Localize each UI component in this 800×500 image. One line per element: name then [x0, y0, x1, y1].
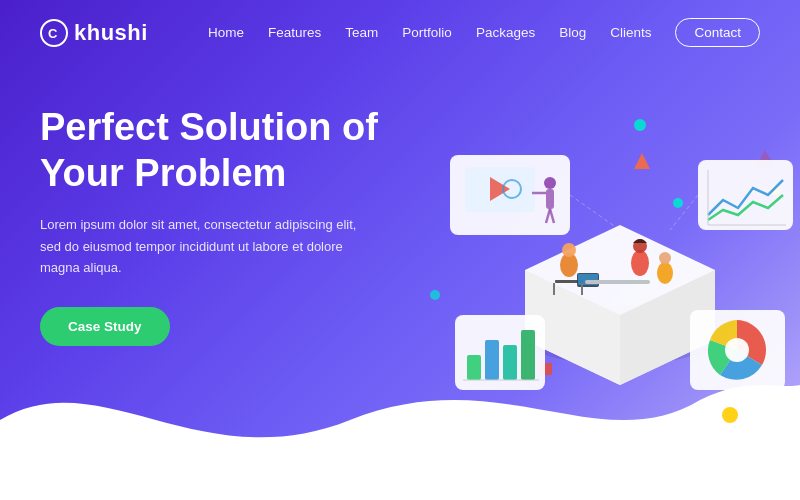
nav-packages[interactable]: Packages — [476, 25, 535, 40]
hero-description: Lorem ipsum dolor sit amet, consectetur … — [40, 214, 380, 278]
nav-portfolio[interactable]: Portfolio — [402, 25, 452, 40]
svg-rect-31 — [698, 160, 793, 230]
hero-title: Perfect Solution of Your Problem — [40, 105, 420, 196]
svg-point-2 — [634, 119, 646, 131]
nav-clients[interactable]: Clients — [610, 25, 651, 40]
svg-line-42 — [570, 195, 620, 230]
hero-illustration — [420, 95, 760, 435]
svg-point-5 — [430, 290, 440, 300]
contact-button[interactable]: Contact — [675, 18, 760, 47]
svg-point-26 — [544, 177, 556, 189]
svg-point-15 — [631, 250, 649, 276]
nav-home[interactable]: Home — [208, 25, 244, 40]
navbar: C khushi Home Features Team Portfolio Pa… — [0, 0, 800, 65]
svg-point-44 — [673, 198, 683, 208]
nav-features[interactable]: Features — [268, 25, 321, 40]
svg-rect-27 — [546, 189, 554, 209]
logo-icon: C — [40, 19, 68, 47]
nav-links: Home Features Team Portfolio Packages Bl… — [208, 18, 760, 47]
nav-team[interactable]: Team — [345, 25, 378, 40]
svg-rect-21 — [581, 283, 583, 295]
svg-rect-35 — [467, 355, 481, 380]
svg-rect-38 — [521, 330, 535, 380]
nav-blog[interactable]: Blog — [559, 25, 586, 40]
logo: C khushi — [40, 19, 148, 47]
svg-rect-37 — [503, 345, 517, 380]
svg-point-4 — [722, 407, 738, 423]
iso-illustration — [420, 95, 800, 455]
svg-marker-6 — [634, 153, 650, 169]
svg-point-18 — [659, 252, 671, 264]
svg-rect-36 — [485, 340, 499, 380]
svg-point-41 — [725, 338, 749, 362]
svg-point-17 — [657, 262, 673, 284]
svg-rect-19 — [585, 280, 650, 284]
case-study-button[interactable]: Case Study — [40, 307, 170, 346]
svg-point-12 — [562, 243, 576, 257]
svg-text:C: C — [48, 26, 58, 41]
page-wrapper: C khushi Home Features Team Portfolio Pa… — [0, 0, 800, 500]
hero-left: Perfect Solution of Your Problem Lorem i… — [40, 95, 420, 346]
svg-rect-20 — [553, 283, 555, 295]
hero-section: Perfect Solution of Your Problem Lorem i… — [0, 65, 800, 435]
brand-name: khushi — [74, 20, 148, 46]
